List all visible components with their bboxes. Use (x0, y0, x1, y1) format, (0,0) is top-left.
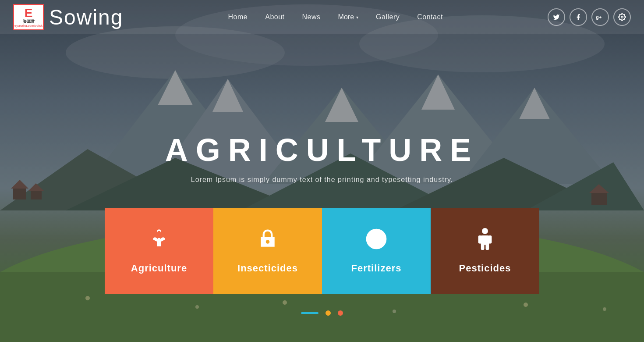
googleplus-button[interactable]: g+ (591, 8, 609, 26)
nav-link-contact[interactable]: Contact (417, 13, 443, 21)
nav-links: Home About News More ▾ Gallery Contact (228, 13, 443, 21)
person-icon (474, 228, 496, 255)
svg-text:g+: g+ (596, 14, 602, 20)
svg-rect-48 (478, 235, 482, 243)
nav-item-home[interactable]: Home (228, 13, 248, 21)
nav-link-home[interactable]: Home (228, 13, 248, 21)
nav-link-gallery[interactable]: Gallery (376, 13, 400, 21)
logo-box: E 资源君 eyunzhu.com/vdisk (13, 4, 44, 30)
hero-content: AGRICULTURE Lorem Ipsum is simply dummy … (0, 132, 644, 184)
site-title: Sowing (49, 5, 123, 29)
slider-dot-3[interactable] (338, 310, 343, 316)
nav-item-news[interactable]: News (302, 13, 321, 21)
social-icons: g+ (548, 8, 631, 26)
svg-rect-49 (488, 235, 492, 243)
slider-dot-active[interactable] (301, 312, 318, 314)
card-pesticides[interactable]: Pesticides (431, 208, 539, 294)
card-insecticides-label: Insecticides (237, 263, 298, 274)
chevron-down-icon: ▾ (356, 15, 358, 20)
hero-subtitle: Lorem Ipsum is simply dummy text of the … (0, 176, 644, 184)
navbar: E 资源君 eyunzhu.com/vdisk Sowing Home Abou… (0, 0, 644, 34)
svg-point-46 (482, 228, 488, 234)
nav-link-about[interactable]: About (265, 13, 284, 21)
card-agriculture[interactable]: Agriculture (105, 208, 213, 294)
logo: E 资源君 eyunzhu.com/vdisk Sowing (13, 4, 123, 30)
agriculture-hand-icon (148, 228, 170, 255)
lifebuoy-icon (365, 228, 387, 255)
gear-icon (618, 13, 626, 21)
settings-button[interactable] (613, 8, 631, 26)
card-fertilizers[interactable]: Fertilizers (322, 208, 431, 294)
hero-title: AGRICULTURE (0, 132, 644, 168)
card-agriculture-label: Agriculture (131, 263, 187, 274)
nav-link-more[interactable]: More ▾ (338, 13, 358, 21)
svg-rect-47 (481, 235, 489, 245)
nav-item-more[interactable]: More ▾ (338, 13, 358, 21)
twitter-button[interactable] (548, 8, 565, 26)
slider-dots (301, 310, 343, 316)
card-fertilizers-label: Fertilizers (351, 263, 402, 274)
logo-line2: eyunzhu.com/vdisk (14, 24, 42, 28)
svg-rect-50 (481, 244, 485, 250)
svg-rect-51 (486, 244, 489, 250)
logo-letter: E (25, 7, 33, 19)
googleplus-icon: g+ (596, 14, 605, 21)
cards-container: Agriculture Insecticides Fertilizers (79, 208, 565, 294)
nav-item-about[interactable]: About (265, 13, 284, 21)
facebook-button[interactable] (570, 8, 587, 26)
nav-link-news[interactable]: News (302, 13, 321, 21)
svg-point-34 (621, 16, 623, 18)
card-insecticides[interactable]: Insecticides (213, 208, 322, 294)
card-pesticides-label: Pesticides (459, 263, 511, 274)
nav-item-gallery[interactable]: Gallery (376, 13, 400, 21)
slider-dot-2[interactable] (326, 310, 331, 316)
facebook-icon (575, 14, 582, 21)
twitter-icon (553, 14, 560, 21)
lock-icon (257, 228, 279, 255)
nav-item-contact[interactable]: Contact (417, 13, 443, 21)
svg-point-41 (371, 234, 381, 244)
